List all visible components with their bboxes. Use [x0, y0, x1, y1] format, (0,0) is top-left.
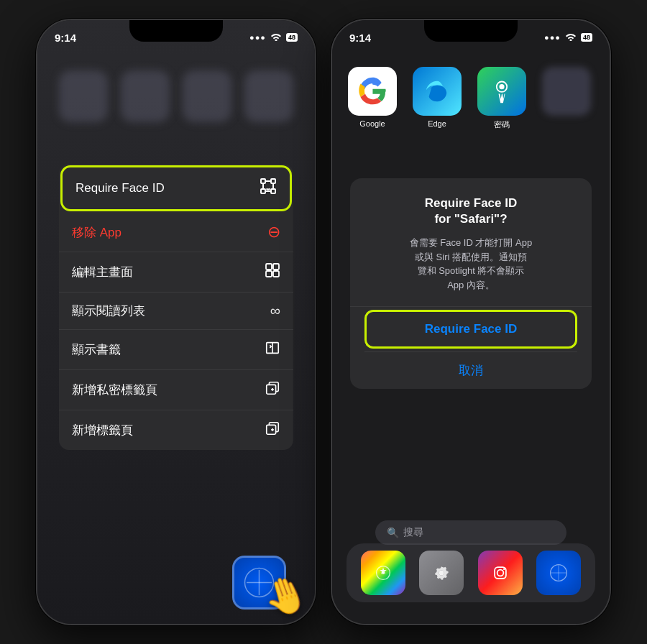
menu-label-new-tab: 新增標籤頁: [72, 422, 133, 438]
dialog-divider: [350, 306, 592, 307]
app-item-blurred: [541, 67, 592, 130]
dock-photos-icon[interactable]: [361, 551, 405, 595]
blurred-icon-1: [59, 70, 108, 122]
password-app-label: 密碼: [494, 119, 510, 130]
dock-safari-icon[interactable]: [536, 551, 581, 595]
edge-app-icon: [413, 67, 462, 116]
svg-rect-1: [271, 179, 275, 183]
app-item-password[interactable]: 密碼: [476, 67, 528, 130]
battery-left: 48: [286, 33, 298, 42]
menu-label-private-tab: 新增私密標籤頁: [72, 382, 157, 398]
plus-square-icon: [265, 420, 280, 440]
blurred-icon-2: [121, 70, 170, 122]
svg-rect-3: [271, 189, 275, 193]
app-item-google[interactable]: Google: [347, 67, 398, 130]
dialog-cancel-button[interactable]: 取消: [364, 351, 577, 389]
context-menu: Require Face ID 移除 App ⊖: [59, 164, 293, 450]
phone-left: 9:14 ●●● 48 Require Face ID: [36, 19, 316, 625]
wifi-icon-right: [565, 32, 577, 43]
dock-settings-icon[interactable]: [419, 551, 464, 595]
menu-item-edit-homescreen[interactable]: 編輯主畫面: [59, 252, 293, 293]
app-item-edge[interactable]: Edge: [411, 67, 463, 130]
dock-instagram-icon[interactable]: [478, 551, 523, 595]
svg-rect-11: [273, 271, 279, 277]
blurred-icon-4: [244, 70, 293, 122]
blurred-icon-3: [183, 70, 231, 122]
notch-right: [424, 20, 518, 42]
minus-circle-icon: ⊖: [267, 223, 280, 242]
menu-item-bookmarks[interactable]: 顯示書籤: [59, 330, 293, 370]
app-row: Google Edge 密碼: [347, 67, 595, 130]
status-icons-left: ●●● 48: [249, 32, 298, 43]
blurred-app-icon: [542, 67, 591, 116]
menu-label-reading: 顯示閱讀列表: [72, 303, 145, 319]
search-icon-small: 🔍: [387, 527, 399, 538]
bottom-dock-right: [347, 543, 595, 602]
svg-rect-2: [261, 189, 265, 193]
menu-label-edit: 編輯主畫面: [72, 264, 133, 280]
grid-icon: [265, 262, 280, 282]
menu-label-require-face-id: Require Face ID: [75, 181, 165, 196]
svg-rect-9: [273, 264, 279, 270]
cancel-button-label: 取消: [459, 362, 483, 379]
dialog-body: 會需要 Face ID 才能打開 App或與 Siri 搭配使用。通知預覽和 S…: [364, 236, 577, 292]
require-button-label: Require Face ID: [425, 322, 518, 336]
svg-point-26: [439, 571, 444, 576]
time-left: 9:14: [55, 32, 76, 44]
dialog-require-button[interactable]: Require Face ID: [352, 312, 589, 346]
svg-rect-8: [266, 264, 272, 270]
wifi-icon-left: [270, 32, 282, 43]
battery-right: 48: [581, 33, 592, 42]
google-app-icon: [348, 67, 397, 116]
signal-icon-right: ●●●: [544, 33, 561, 42]
menu-item-private-tab[interactable]: 新增私密標籤頁: [59, 370, 293, 410]
search-bar[interactable]: 🔍 搜尋: [375, 520, 566, 545]
svg-rect-10: [266, 271, 272, 277]
status-icons-right: ●●● 48: [544, 32, 592, 43]
menu-label-remove-app: 移除 App: [72, 224, 121, 241]
book-icon: [265, 340, 280, 359]
menu-item-require-face-id[interactable]: Require Face ID: [60, 165, 292, 211]
notch-left: [129, 20, 223, 42]
dialog-title: Require Face IDfor "Safari"?: [364, 196, 577, 227]
signal-icon-left: ●●●: [249, 33, 266, 42]
password-app-icon: [477, 67, 526, 116]
menu-item-remove-app[interactable]: 移除 App ⊖: [59, 213, 293, 252]
search-placeholder-text: 搜尋: [403, 526, 423, 539]
menu-item-reading-list[interactable]: 顯示閱讀列表 ∞: [59, 293, 293, 330]
phone-right: 9:14 ●●● 48 Google: [331, 19, 611, 625]
menu-label-bookmarks: 顯示書籤: [72, 341, 121, 358]
dialog-box: Require Face IDfor "Safari"? 會需要 Face ID…: [350, 178, 592, 389]
plus-square-private-icon: [265, 380, 280, 400]
blurred-icons-row: [59, 70, 293, 122]
google-app-label: Google: [359, 119, 385, 128]
svg-point-29: [503, 568, 505, 570]
edge-app-label: Edge: [428, 119, 446, 128]
menu-item-new-tab[interactable]: 新增標籤頁: [59, 410, 293, 450]
svg-rect-0: [261, 179, 265, 183]
svg-point-28: [497, 570, 503, 576]
bottom-dock-left: 🤚: [37, 556, 315, 610]
face-id-icon: [260, 178, 277, 199]
time-right: 9:14: [349, 32, 371, 44]
eyeglasses-icon: ∞: [270, 303, 280, 319]
